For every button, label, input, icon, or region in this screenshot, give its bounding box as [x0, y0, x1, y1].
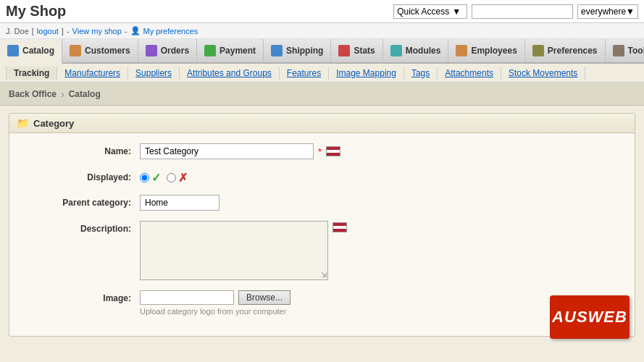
top-bar: My Shop Quick Access ▼ everywhere ▼	[0, 0, 644, 23]
us-flag-icon	[326, 146, 340, 156]
separator-pipe: -	[67, 27, 70, 35]
subnav-tags[interactable]: Tags	[404, 67, 438, 80]
displayed-radio-group: ✓ ✗	[140, 169, 188, 185]
user-bar: J. Doe [ logout ] - View my shop - 👤 My …	[0, 23, 644, 39]
upload-hint: Upload category logo from your computer	[140, 307, 290, 316]
nav-item-modules[interactable]: Modules	[383, 39, 449, 62]
customers-icon	[70, 45, 81, 56]
folder-icon: 📁	[17, 117, 29, 129]
resize-handle-icon: ⇲	[321, 271, 327, 279]
nav-item-orders[interactable]: Orders	[138, 39, 197, 62]
displayed-row: Displayed: ✓ ✗	[24, 169, 620, 185]
nav-item-employees[interactable]: Employees	[448, 39, 524, 62]
description-label: Description:	[24, 221, 140, 234]
sub-navigation: Tracking Manufacturers Suppliers Attribu…	[0, 64, 644, 83]
panel-title: Category	[33, 118, 74, 129]
view-shop-link[interactable]: View my shop	[72, 27, 122, 35]
quick-access-dropdown[interactable]: Quick Access ▼	[393, 4, 467, 19]
user-icon: 👤	[130, 26, 141, 35]
nav-label-employees: Employees	[471, 46, 517, 56]
user-separator: [	[32, 27, 34, 35]
file-input[interactable]	[140, 290, 234, 305]
shop-title: My Shop	[6, 3, 66, 20]
check-no-icon: ✗	[178, 171, 188, 185]
user-name: J. Doe	[6, 27, 29, 35]
nav-label-tools: Tools	[628, 46, 644, 56]
radio-yes[interactable]	[140, 173, 149, 182]
parent-category-row: Parent category: Home	[24, 195, 620, 211]
name-input[interactable]	[140, 143, 314, 159]
everywhere-label: everywhere	[581, 7, 626, 17]
nav-item-tools[interactable]: Tools	[606, 39, 644, 62]
panel-header: 📁 Category	[9, 114, 635, 133]
separator-dot: -	[125, 27, 127, 35]
required-star: *	[318, 146, 322, 157]
nav-label-customers: Customers	[85, 46, 130, 56]
content-area: 📁 Category Name: * Displayed:	[0, 106, 644, 352]
nav-item-preferences[interactable]: Preferences	[525, 39, 606, 62]
subnav-manufacturers[interactable]: Manufacturers	[57, 67, 128, 80]
quick-access-arrow-icon: ▼	[452, 7, 461, 17]
everywhere-arrow-icon: ▼	[626, 7, 635, 17]
nav-label-orders: Orders	[161, 46, 189, 56]
description-textarea[interactable]	[140, 221, 328, 280]
breadcrumb-separator: ›	[61, 88, 64, 100]
orders-icon	[146, 45, 157, 56]
name-row: Name: *	[24, 143, 620, 159]
breadcrumb: Back Office › Catalog	[0, 83, 644, 106]
employees-icon	[456, 45, 467, 56]
tools-icon	[613, 45, 624, 56]
preferences-icon	[532, 45, 544, 56]
modules-icon	[390, 45, 402, 56]
shipping-icon	[271, 45, 283, 56]
nav-label-stats: Stats	[354, 46, 375, 56]
payment-icon	[204, 45, 216, 56]
logout-link[interactable]: logout	[37, 27, 59, 35]
browse-button[interactable]: Browse...	[238, 290, 290, 305]
nav-item-payment[interactable]: Payment	[197, 39, 264, 62]
browse-row: Browse...	[140, 290, 290, 305]
parent-select[interactable]: Home	[140, 195, 219, 211]
displayed-label: Displayed:	[24, 169, 140, 182]
stats-icon	[338, 45, 350, 56]
subnav-tracking[interactable]: Tracking	[6, 67, 57, 80]
nav-label-catalog: Catalog	[22, 46, 54, 56]
radio-no[interactable]	[167, 173, 176, 182]
nav-label-modules: Modules	[406, 46, 441, 56]
user-separator2: ]	[62, 27, 64, 35]
name-control-wrap: *	[140, 143, 340, 159]
logo-text: AUSWEB	[552, 308, 627, 327]
main-navigation: Catalog Customers Orders Payment Shippin…	[0, 39, 644, 64]
subnav-stock[interactable]: Stock Movements	[501, 67, 585, 80]
search-input[interactable]	[472, 4, 573, 19]
parent-select-wrap: Home	[140, 195, 219, 211]
desc-us-flag-icon	[333, 222, 347, 232]
nav-label-payment: Payment	[219, 46, 256, 56]
image-label: Image:	[24, 290, 140, 303]
quick-access-label: Quick Access	[397, 7, 449, 17]
subnav-attributes[interactable]: Attributes and Groups	[180, 67, 280, 80]
everywhere-dropdown[interactable]: everywhere ▼	[577, 4, 638, 19]
nav-label-preferences: Preferences	[548, 46, 598, 56]
nav-item-customers[interactable]: Customers	[62, 39, 138, 62]
preferences-link[interactable]: My preferences	[143, 27, 198, 35]
subnav-attachments[interactable]: Attachments	[438, 67, 501, 80]
nav-item-shipping[interactable]: Shipping	[264, 39, 331, 62]
description-wrap: ⇲	[140, 221, 328, 280]
logo-watermark: AUSWEB	[550, 295, 630, 339]
panel-body: Name: * Displayed: ✓	[9, 133, 635, 336]
description-row: Description: ⇲	[24, 221, 620, 280]
nav-item-catalog[interactable]: Catalog	[0, 39, 62, 64]
breadcrumb-backoffice: Back Office	[9, 89, 57, 99]
subnav-suppliers[interactable]: Suppliers	[128, 67, 180, 80]
check-yes-icon: ✓	[151, 171, 161, 185]
parent-label: Parent category:	[24, 195, 140, 208]
quick-access-area: Quick Access ▼ everywhere ▼	[393, 4, 638, 19]
browse-wrap: Browse... Upload category logo from your…	[140, 290, 290, 316]
nav-item-stats[interactable]: Stats	[331, 39, 382, 62]
subnav-features[interactable]: Features	[280, 67, 329, 80]
subnav-image-mapping[interactable]: Image Mapping	[329, 67, 404, 80]
nav-label-shipping: Shipping	[286, 46, 323, 56]
catalog-icon	[7, 45, 19, 56]
category-panel: 📁 Category Name: * Displayed:	[9, 113, 635, 337]
